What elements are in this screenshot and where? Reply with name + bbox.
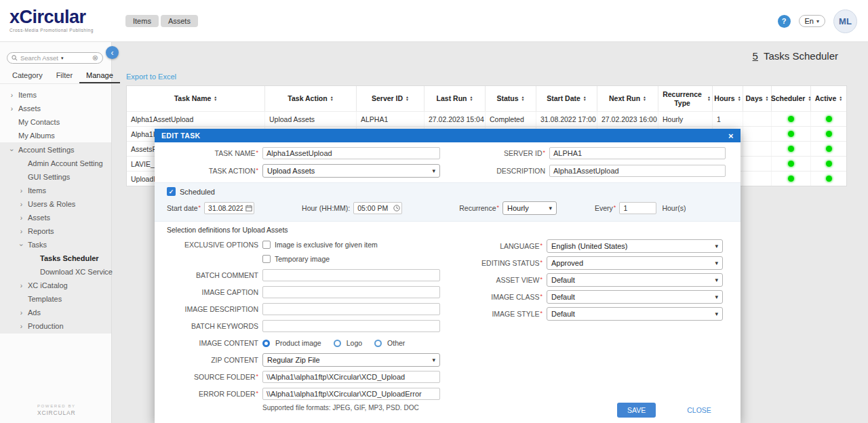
section-note: Selection definitions for Upload Assets: [167, 226, 741, 234]
column-header-task-action[interactable]: Task Action▲▼: [265, 86, 357, 111]
sidebar-item-gui-settings[interactable]: ›GUI Settings: [0, 170, 111, 184]
language-label: LANGUAGE*: [448, 242, 542, 250]
user-avatar[interactable]: ML: [833, 9, 857, 33]
sidebar-collapse-button[interactable]: ‹: [106, 46, 119, 59]
product-image-radio[interactable]: [262, 340, 270, 347]
tab-items[interactable]: Items: [125, 15, 159, 27]
sort-icon[interactable]: ▲▼: [214, 96, 217, 101]
batch-keywords-input[interactable]: [262, 320, 440, 332]
column-header-hours[interactable]: Hours▲▼: [713, 86, 743, 111]
sidebar-item-production[interactable]: ›Production: [0, 319, 111, 333]
sort-icon[interactable]: ▲▼: [707, 96, 711, 101]
sidebar-item-tasks-scheduler[interactable]: ›Tasks Scheduler: [0, 251, 111, 265]
column-header-last-run[interactable]: Last Run▲▼: [425, 86, 486, 111]
server-id-input[interactable]: [549, 147, 726, 159]
editing-status-select[interactable]: Approved▾: [547, 256, 723, 270]
task-name-input[interactable]: [262, 147, 440, 159]
clear-search-icon[interactable]: ⊗: [92, 54, 98, 62]
sort-icon[interactable]: ▲▼: [521, 96, 525, 101]
help-icon[interactable]: ?: [778, 15, 791, 28]
sidebar-item-xc-icatalog[interactable]: ›XC iCatalog: [0, 279, 111, 292]
description-input[interactable]: [549, 165, 726, 177]
image-caption-input[interactable]: [262, 286, 440, 298]
chevron-right-icon: ›: [18, 323, 24, 330]
language-selector[interactable]: En ▾: [799, 15, 825, 27]
source-folder-input[interactable]: [262, 371, 440, 383]
calendar-icon[interactable]: [245, 205, 252, 212]
sort-icon[interactable]: ▲▼: [839, 96, 842, 101]
image-style-select[interactable]: Default▾: [547, 307, 723, 321]
sidebar-item-admin-account-setting[interactable]: ›Admin Account Setting: [0, 157, 111, 170]
sort-icon[interactable]: ▲▼: [583, 96, 587, 101]
error-folder-input[interactable]: [262, 388, 440, 400]
tab-filter[interactable]: Filter: [50, 71, 79, 83]
tab-manage[interactable]: Manage: [79, 71, 120, 83]
close-button[interactable]: CLOSE: [687, 406, 711, 414]
recurrence-select[interactable]: Hourly▾: [502, 201, 557, 215]
logo-label: Logo: [347, 339, 362, 347]
tab-category[interactable]: Category: [5, 71, 50, 83]
image-description-input[interactable]: [262, 303, 440, 315]
every-label: Every*: [595, 204, 616, 212]
sort-icon[interactable]: ▲▼: [469, 96, 473, 101]
scheduled-label: Scheduled: [180, 188, 215, 196]
sidebar-item-my-contacts[interactable]: ›My Contacts: [0, 115, 111, 129]
column-header-active[interactable]: Active▲▼: [811, 86, 846, 111]
column-header-status[interactable]: Status▲▼: [486, 86, 536, 111]
column-header-start-date[interactable]: Start Date▲▼: [536, 86, 597, 111]
sidebar-item-templates[interactable]: ›Templates: [0, 292, 111, 306]
column-header-task-name[interactable]: Task Name▲▼: [127, 86, 265, 111]
sort-icon[interactable]: ▲▼: [330, 96, 334, 101]
sidebar-item-items-settings[interactable]: ›Items: [0, 184, 111, 197]
close-icon[interactable]: ×: [728, 132, 734, 140]
column-header-recurrence-type[interactable]: Recurrence Type▲▼: [658, 86, 713, 111]
search-type-caret-icon[interactable]: ▾: [61, 56, 64, 61]
sidebar-item-users-roles[interactable]: ›Users & Roles: [0, 197, 111, 211]
sort-icon[interactable]: ▲▼: [406, 96, 409, 101]
temporary-image-label: Temporary image: [275, 255, 330, 263]
column-header-scheduler[interactable]: Scheduler▲▼: [772, 86, 811, 111]
task-action-select[interactable]: Upload Assets▾: [262, 164, 440, 178]
sidebar-item-tasks[interactable]: ›Tasks: [0, 238, 111, 251]
image-class-select[interactable]: Default▾: [547, 290, 723, 304]
every-input[interactable]: [619, 202, 656, 214]
column-header-next-run[interactable]: Next Run▲▼: [597, 86, 658, 111]
column-header-days[interactable]: Days▲▼: [743, 86, 772, 111]
tab-assets[interactable]: Assets: [161, 15, 198, 27]
asset-view-select[interactable]: Default▾: [547, 273, 723, 287]
batch-comment-label: BATCH COMMENT: [167, 271, 258, 279]
sidebar-item-account-settings[interactable]: ›Account Settings: [0, 143, 111, 157]
logo-radio[interactable]: [334, 340, 341, 347]
search-placeholder: Search Asset: [20, 54, 58, 62]
sidebar-item-assets-settings[interactable]: ›Assets: [0, 211, 111, 224]
temporary-image-checkbox[interactable]: [262, 255, 271, 263]
batch-keywords-label: BATCH KEYWORDS: [167, 322, 258, 330]
sidebar-item-assets[interactable]: ›Assets: [0, 102, 111, 115]
logo-title: xCircular: [9, 7, 94, 27]
column-header-server-id[interactable]: Server ID▲▼: [357, 86, 425, 111]
app-logo: xCircular Cross-Media Promotional Publis…: [9, 7, 94, 33]
sidebar-item-reports[interactable]: ›Reports: [0, 224, 111, 238]
other-radio[interactable]: [374, 340, 382, 347]
sort-icon[interactable]: ▲▼: [766, 96, 769, 101]
sidebar-item-items[interactable]: ›Items: [0, 88, 111, 102]
table-row[interactable]: Alpha1AssetUpload Upload Assets ALPHA1 2…: [127, 111, 846, 126]
search-input[interactable]: Search Asset ▾ ⊗: [7, 52, 103, 64]
sidebar-item-ads[interactable]: ›Ads: [0, 306, 111, 319]
task-count[interactable]: 5: [753, 50, 758, 62]
exclusive-checkbox[interactable]: [262, 241, 271, 249]
chevron-down-icon: ›: [18, 242, 25, 248]
clock-icon[interactable]: [393, 205, 400, 212]
export-to-excel-link[interactable]: Export to Excel: [126, 73, 176, 81]
zip-content-select[interactable]: Regular Zip File▾: [262, 353, 440, 367]
scheduled-checkbox[interactable]: ✓: [167, 187, 176, 196]
sidebar-item-download-xc-service[interactable]: ›Download XC Service: [0, 265, 111, 279]
server-id-label: SERVER ID*: [450, 149, 545, 157]
sort-icon[interactable]: ▲▼: [643, 96, 646, 101]
chevron-right-icon: ›: [18, 214, 24, 222]
batch-comment-input[interactable]: [262, 269, 440, 281]
save-button[interactable]: SAVE: [617, 403, 656, 418]
sidebar-item-my-albums[interactable]: ›My Albums: [0, 129, 111, 142]
language-select[interactable]: English (United States)▾: [547, 239, 723, 253]
sort-icon[interactable]: ▲▼: [738, 96, 741, 101]
